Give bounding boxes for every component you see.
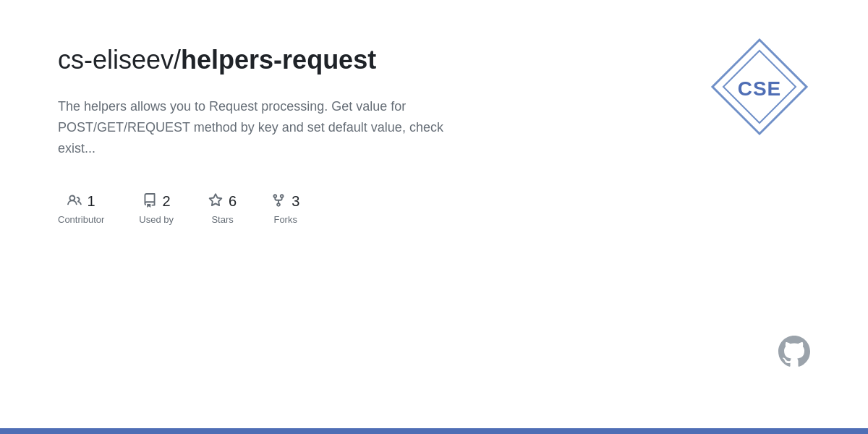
stat-forks: 3 Forks: [271, 193, 299, 225]
repo-description: The helpers allows you to Request proces…: [58, 96, 463, 158]
main-content: cs-eliseev/helpers-request The helpers a…: [0, 0, 868, 428]
stars-label: Stars: [211, 214, 233, 225]
forks-count: 3: [292, 193, 299, 210]
repo-title: cs-eliseev/helpers-request: [58, 43, 550, 76]
contributors-label: Contributor: [58, 214, 104, 225]
forks-label: Forks: [273, 214, 297, 225]
stats-row: 1 Contributor 2 Used by: [58, 193, 550, 225]
cse-logo: CSE: [709, 36, 810, 137]
cse-logo-section: CSE: [709, 36, 810, 140]
bottom-bar: [0, 428, 868, 434]
forks-icon: [271, 193, 286, 210]
stars-icon: [208, 193, 223, 210]
stat-contributors: 1 Contributor: [58, 193, 104, 225]
repo-owner: cs-eliseev/: [58, 45, 181, 75]
repo-name: helpers-request: [181, 45, 376, 75]
stat-stars: 6 Stars: [208, 193, 237, 225]
contributors-count: 1: [88, 193, 95, 210]
svg-text:CSE: CSE: [738, 77, 782, 100]
contributors-icon: [67, 193, 82, 210]
left-section: cs-eliseev/helpers-request The helpers a…: [58, 43, 550, 225]
stat-used-by: 2 Used by: [139, 193, 174, 225]
used-by-icon: [142, 193, 157, 210]
used-by-label: Used by: [139, 214, 174, 225]
stars-count: 6: [229, 193, 237, 210]
used-by-count: 2: [163, 193, 171, 210]
github-icon-section: [778, 336, 810, 370]
github-icon: [778, 336, 810, 367]
